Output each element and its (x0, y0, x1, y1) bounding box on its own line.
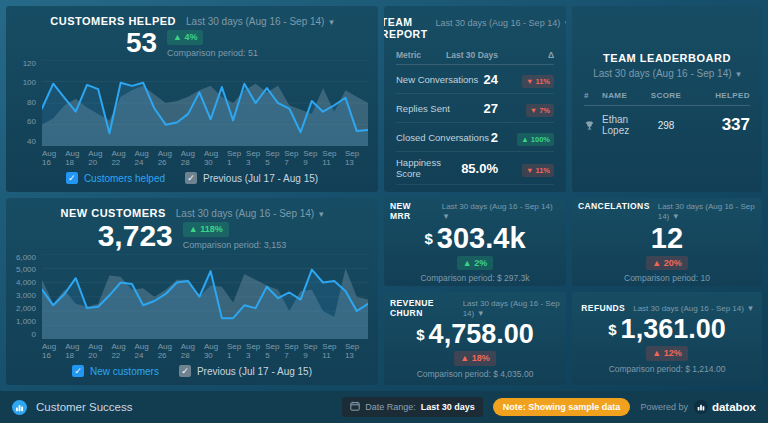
date-range-dropdown[interactable]: Last 30 days (Aug 16 - Sep 14) ▾ (186, 16, 334, 27)
legend-item-previous[interactable]: ✓ Previous (Jul 17 - Aug 15) (179, 365, 312, 377)
kpi-value: 53 (126, 28, 157, 57)
panel-title: TEAM REPORT (384, 16, 428, 40)
chevron-down-icon: ▾ (748, 303, 753, 313)
panel-title: CUSTOMERS HELPED (50, 15, 176, 27)
table-header: # NAME SCORE HELPED (584, 91, 750, 106)
previous-checkbox[interactable]: ✓ (185, 172, 197, 184)
chevron-down-icon: ▾ (444, 211, 449, 221)
databox-brand-label: databox (712, 401, 756, 413)
legend-label: Previous (Jul 17 - Aug 15) (203, 173, 318, 184)
delta-badge: ▲ 100% (517, 133, 554, 146)
databox-brand-link[interactable]: databox (694, 400, 756, 414)
dashboard-logo-icon (12, 400, 27, 415)
line-chart (42, 254, 368, 340)
panel-title: NEW CUSTOMERS (60, 207, 165, 219)
currency-symbol: $ (416, 326, 424, 343)
legend-item-current[interactable]: ✓ New customers (72, 365, 159, 377)
member-helped: 337 (694, 115, 750, 135)
currency-symbol: $ (608, 321, 616, 338)
legend-item-previous[interactable]: ✓ Previous (Jul 17 - Aug 15) (185, 172, 318, 184)
date-range-value: Last 30 days (Aug 16 - Sep 14) (436, 18, 561, 28)
chevron-down-icon: ▾ (736, 69, 741, 79)
new-mrr-panel: NEW MRR Last 30 days (Aug 16 - Sep 14) ▾… (384, 198, 566, 286)
column-last-30-days: Last 30 Days (446, 50, 498, 60)
line-chart (42, 60, 368, 146)
team-report-rows: New Conversations 24 ▼ 11% Replies Sent … (396, 65, 554, 192)
panel-title: CANCELATIONS (578, 201, 650, 211)
refunds-panel: REFUNDS Last 30 days (Aug 16 - Sep 14) ▾… (572, 292, 762, 385)
calendar-icon (350, 401, 360, 413)
kpi-value: 303.4k (437, 224, 526, 253)
date-range-dropdown[interactable]: Last 30 days (Aug 16 - Sep 14) ▾ (463, 299, 560, 318)
date-range-value: Last 30 days (Aug 16 - Sep 14) (442, 202, 553, 211)
date-range-button[interactable]: Date Range: Last 30 days (342, 397, 483, 417)
date-range-dropdown[interactable]: Last 30 days (Aug 16 - Sep 14) ▾ (633, 303, 753, 313)
dashboard: CUSTOMERS HELPED Last 30 days (Aug 16 - … (0, 0, 768, 423)
kpi-value: 3,723 (98, 220, 173, 252)
table-row: Ethan Lopez 298 337 (584, 106, 750, 144)
legend-item-current[interactable]: ✓ Customers helped (66, 172, 165, 184)
legend-label: New customers (90, 366, 159, 377)
table-row: Happiness Score 85.0% ▼ 11% (396, 152, 554, 185)
date-range-dropdown[interactable]: Last 30 days (Aug 16 - Sep 14) ▾ (436, 18, 566, 28)
column-name: NAME (602, 91, 638, 100)
x-axis: Aug 16Aug 18Aug 20Aug 22Aug 24Aug 26Aug … (42, 339, 368, 361)
metric-name: Happiness Score (396, 157, 461, 179)
delta-badge: ▲ 118% (183, 222, 229, 237)
table-row: Replies Sent 27 ▼ 7% (396, 94, 554, 123)
member-name: Ethan Lopez (602, 114, 638, 136)
sample-data-note-button[interactable]: Note: Showing sample data (493, 398, 631, 416)
delta-badge: ▼ 11% (522, 164, 554, 177)
kpi-value: 4,758.00 (429, 321, 534, 348)
chevron-down-icon: ▾ (674, 211, 679, 221)
comparison-text: Comparison period: 51 (167, 48, 258, 58)
delta-badge: ▲ 12% (646, 346, 687, 361)
table-row: Response Time 22h 19m ▼ 14% (396, 185, 554, 192)
new-customers-panel: NEW CUSTOMERS Last 30 days (Aug 16 - Sep… (6, 198, 378, 385)
metric-value: 85.0% (461, 161, 498, 176)
currency-symbol: $ (424, 230, 432, 247)
delta-badge: ▲ 20% (646, 256, 687, 271)
databox-logo-icon (694, 400, 708, 414)
metric-name: Response Time (396, 190, 446, 192)
metric-name: Closed Conversations (396, 132, 491, 143)
comparison-text: Comparison period: $ 1,214.00 (609, 364, 726, 374)
date-range-dropdown[interactable]: Last 30 days (Aug 16 - Sep 14) ▾ (176, 208, 324, 219)
dashboard-title: Customer Success (36, 401, 133, 413)
metric-name: New Conversations (396, 74, 484, 85)
leaderboard-rows: Ethan Lopez 298 337 (584, 106, 750, 144)
comparison-text: Comparison period: 10 (624, 273, 710, 283)
kpi-value: 12 (651, 224, 683, 253)
team-report-panel: TEAM REPORT Last 30 days (Aug 16 - Sep 1… (384, 6, 566, 192)
dashboard-grid: CUSTOMERS HELPED Last 30 days (Aug 16 - … (0, 0, 768, 391)
revenue-churn-panel: REVENUE CHURN Last 30 days (Aug 16 - Sep… (384, 292, 566, 385)
trophy-icon (584, 120, 595, 131)
metric-value: 27 (484, 101, 498, 116)
y-axis: 6,0005,0004,0003,0002,0001,0000 (12, 254, 42, 340)
column-score: SCORE (638, 91, 694, 100)
date-range-dropdown[interactable]: Last 30 days (Aug 16 - Sep 14) ▾ (584, 68, 750, 79)
new-customers-checkbox[interactable]: ✓ (72, 365, 84, 377)
panel-title: REVENUE CHURN (390, 298, 455, 318)
panel-title: NEW MRR (390, 201, 434, 221)
date-range-value: Last 30 days (Aug 16 - Sep 14) (176, 208, 314, 219)
delta-badge: ▼ 7% (526, 104, 554, 117)
previous-checkbox[interactable]: ✓ (179, 365, 191, 377)
chevron-down-icon: ▾ (565, 18, 566, 28)
chevron-down-icon: ▾ (478, 308, 483, 318)
delta-badge: ▲ 18% (454, 351, 495, 366)
kpi-value: 1,361.00 (621, 316, 726, 343)
date-range-value: Last 30 days (Aug 16 - Sep 14) (658, 202, 755, 221)
column-delta: Δ (508, 50, 554, 60)
y-axis: 120100806040 (12, 60, 42, 146)
delta-badge: ▲ 4% (167, 30, 203, 45)
footer-bar: Customer Success Date Range: Last 30 day… (0, 391, 768, 423)
rank-cell (584, 120, 602, 131)
column-helped: HELPED (694, 91, 750, 100)
date-range-dropdown[interactable]: Last 30 days (Aug 16 - Sep 14) ▾ (658, 202, 756, 221)
customers-helped-checkbox[interactable]: ✓ (66, 172, 78, 184)
metric-name: Replies Sent (396, 103, 484, 114)
column-metric: Metric (396, 50, 446, 60)
customers-helped-panel: CUSTOMERS HELPED Last 30 days (Aug 16 - … (6, 6, 378, 192)
date-range-dropdown[interactable]: Last 30 days (Aug 16 - Sep 14) ▾ (442, 202, 560, 221)
